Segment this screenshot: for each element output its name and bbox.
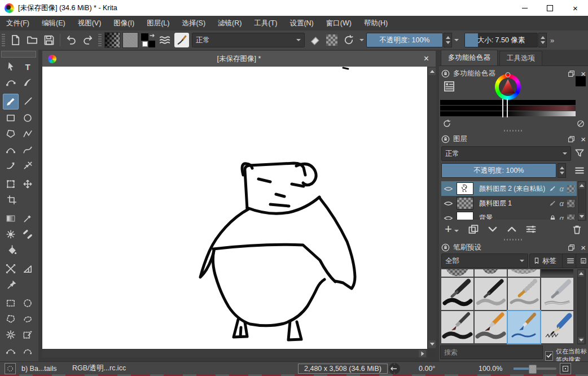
color-bar-hue[interactable] [440,100,576,105]
float-panel-icon[interactable] [568,70,575,77]
image-dimensions[interactable]: 2,480 x 3,508 (34.6 MiB) [298,362,388,375]
rotation-reset[interactable] [388,362,401,375]
preset-search-input[interactable] [440,346,543,359]
tool-text[interactable]: T [20,59,35,74]
tool-edit-shapes[interactable] [3,75,18,90]
tool-ellipse-select[interactable] [20,296,35,311]
no-color-icon[interactable] [577,120,585,128]
tool-rectangle[interactable] [3,111,18,125]
tool-bezier-curve[interactable] [3,142,18,157]
tool-polyline[interactable] [20,126,35,141]
padlock-icon[interactable] [549,215,556,220]
alpha-inherit-icon[interactable]: α [560,214,564,220]
tool-bezier-select[interactable] [3,343,18,358]
tool-gradient[interactable] [3,211,18,226]
menu-file[interactable]: 文件(F) [0,19,36,28]
tool-assistants[interactable] [3,261,18,276]
layer-thumbnail[interactable] [457,197,473,209]
menu-window[interactable]: 窗口(W) [320,19,358,28]
tool-polygon[interactable] [3,126,18,141]
menu-edit[interactable]: 编辑(E) [36,19,72,28]
visibility-eye-icon[interactable] [444,184,453,194]
menu-help[interactable]: 帮助(H) [358,19,394,28]
layer-row[interactable]: 颜料图层 2 (来自粘贴) α [441,181,577,196]
color-wheel[interactable] [495,74,521,100]
tool-magnetic-select[interactable] [20,343,35,358]
layer-properties-button[interactable] [525,224,537,235]
toolbar-grip[interactable] [98,34,102,46]
tool-ellipse[interactable] [20,111,35,125]
tool-polygon-select[interactable] [3,312,18,326]
preset-pencil-blue[interactable] [541,311,573,343]
scroll-down-button[interactable] [578,337,584,343]
move-layer-down-button[interactable] [487,224,498,235]
menu-select[interactable]: 选择(S) [175,19,212,28]
tool-fill[interactable] [5,243,19,257]
tab-advanced-color-selector[interactable]: 多功能拾色器 [441,50,498,65]
tool-calligraphy[interactable] [20,75,35,90]
fit-zoom-button[interactable] [560,362,571,375]
layer-thumbnail[interactable] [457,212,473,220]
menu-filter[interactable]: 滤镜(R) [212,19,248,28]
move-layer-up-button[interactable] [506,224,517,235]
tag-button[interactable]: 标签 [529,253,564,268]
opacity-slider[interactable]: 不透明度: 100% [366,33,443,47]
menu-image[interactable]: 图像(I) [107,19,141,28]
tool-freehand-select[interactable] [20,312,35,326]
minimize-button[interactable] [512,0,537,16]
color-bar-gray[interactable] [440,111,576,116]
toolbar-grip[interactable] [2,34,5,46]
selector-settings-icon[interactable] [444,81,455,92]
lock-icon[interactable] [441,135,450,143]
toolbox-grip[interactable] [1,51,36,58]
layer-style-icon[interactable] [548,199,556,207]
layer-list-scrollbar[interactable] [578,181,586,221]
scroll-up-button[interactable] [428,68,436,75]
menu-settings[interactable]: 设置(N) [283,19,319,28]
preset-ink-pen-white[interactable] [508,278,540,310]
preset-eraser-circle[interactable] [475,269,507,277]
layer-blend-mode-dropdown[interactable]: 正常 [441,146,571,161]
brush-size-slider[interactable]: 大小: 7.50 像素 [464,33,538,47]
filter-layers-icon[interactable] [574,148,585,158]
opacity-spinner[interactable] [444,33,452,47]
layer-opacity-slider[interactable]: 不透明度: 100% [441,163,556,178]
preset-eraser-soft[interactable] [441,269,473,277]
tool-rect-select[interactable] [3,296,18,311]
scroll-down-button[interactable] [578,213,585,220]
color-bar-red[interactable] [440,106,576,111]
add-layer-button[interactable]: + [445,224,452,235]
gradient-selector[interactable] [104,32,120,48]
lock-icon[interactable] [441,69,450,78]
scroll-down-button[interactable] [428,340,436,348]
refresh-icon[interactable] [442,119,451,128]
canvas-vscrollbar[interactable] [427,67,436,349]
save-button[interactable] [42,33,56,47]
toolbar-overflow-button[interactable]: » [550,36,553,45]
tool-dynamic-brush[interactable] [3,158,18,173]
duplicate-layer-button[interactable] [468,224,479,235]
layer-row[interactable]: 颜料图层 1 α [441,196,577,211]
float-panel-icon[interactable] [568,135,575,143]
lock-icon[interactable] [441,243,450,252]
preserve-alpha-button[interactable] [324,33,339,47]
menu-view[interactable]: 视图(V) [72,19,108,28]
redo-button[interactable] [81,33,95,47]
canvas[interactable] [42,67,427,349]
document-close-icon[interactable]: × [424,54,429,64]
alpha-lock-icon[interactable] [567,215,574,220]
close-panel-icon[interactable]: × [581,134,586,144]
tab-tool-options[interactable]: 工具选项 [499,51,542,65]
menu-layer[interactable]: 图层(L) [141,19,175,28]
document-tab-bar[interactable]: [未保存图像] * × [42,51,436,67]
brush-editor-button[interactable] [174,33,189,47]
menu-tools[interactable]: 工具(T) [248,19,283,28]
maximize-button[interactable] [537,0,563,16]
open-document-button[interactable] [25,33,40,47]
tool-crop[interactable] [5,193,19,207]
alpha-inherit-icon[interactable]: α [560,199,564,208]
layer-thumbnail[interactable] [457,182,473,195]
hue-knob[interactable] [506,72,511,77]
tool-freehand-path[interactable] [20,142,35,157]
zoom-percent[interactable]: 100.0% [479,362,502,375]
